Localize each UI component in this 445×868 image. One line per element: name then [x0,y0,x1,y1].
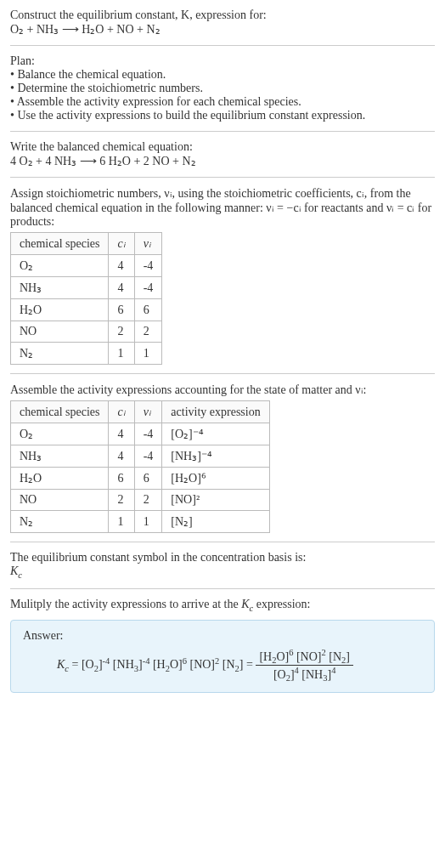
cell-c: 4 [109,277,134,299]
intro-line1: Construct the equilibrium constant, K, e… [10,9,435,22]
cell-species: H₂O [11,468,109,490]
cell-v: 1 [134,343,162,365]
cell-species: N₂ [11,343,109,365]
cell-c: 6 [109,468,134,490]
cell-c: 2 [109,490,134,511]
col-ci: cᵢ [109,233,134,255]
activity-table: chemical species cᵢ νᵢ activity expressi… [10,400,270,533]
cell-activity: [H₂O]⁶ [162,468,269,490]
stoichiometric-table: chemical species cᵢ νᵢ O₂ 4 -4 NH₃ 4 -4 … [10,232,162,365]
table-row: H₂O 6 6 [H₂O]⁶ [11,468,270,490]
cell-c: 2 [109,321,134,343]
table-row: O₂ 4 -4 [O₂]⁻⁴ [11,423,270,445]
plan-block: Plan: • Balance the chemical equation. •… [10,54,435,122]
table-row: N₂ 1 1 [N₂] [11,511,270,533]
cell-v: -4 [134,255,162,277]
cell-c: 1 [109,511,134,533]
table-row: NO 2 2 [11,321,162,343]
cell-activity: [NH₃]⁻⁴ [162,445,269,468]
col-activity: activity expression [162,401,269,423]
balanced-block: Write the balanced chemical equation: 4 … [10,140,435,168]
table-row: O₂ 4 -4 [11,255,162,277]
symbol-text: The equilibrium constant symbol in the c… [10,551,435,564]
col-vi: νᵢ [134,233,162,255]
cell-v: 2 [134,321,162,343]
intro-reaction: O₂ + NH₃ ⟶ H₂O + NO + N₂ [10,22,435,37]
cell-species: O₂ [11,423,109,445]
table-row: N₂ 1 1 [11,343,162,365]
table-row: NH₃ 4 -4 [NH₃]⁻⁴ [11,445,270,468]
cell-v: -4 [134,445,162,468]
plan-item: • Balance the chemical equation. [10,68,435,82]
col-species: chemical species [11,233,109,255]
cell-species: NO [11,321,109,343]
plan-heading: Plan: [10,54,435,68]
cell-c: 1 [109,343,134,365]
divider [10,542,435,542]
divider [10,373,435,374]
assign-block: Assign stoichiometric numbers, νᵢ, using… [10,186,435,365]
cell-v: -4 [134,423,162,445]
cell-c: 4 [109,445,134,468]
plan-item: • Use the activity expressions to build … [10,109,435,122]
divider [10,588,435,589]
col-vi: νᵢ [134,401,162,423]
table-row: NO 2 2 [NO]² [11,490,270,511]
divider [10,131,435,132]
cell-activity: [O₂]⁻⁴ [162,423,269,445]
col-ci: cᵢ [109,401,134,423]
multiply-block: Mulitply the activity expressions to arr… [10,598,435,613]
col-species: chemical species [11,401,109,423]
answer-expression: Kc = [O2]-4 [NH3]-4 [H2O]6 [NO]2 [N2] = … [23,648,422,684]
intro-block: Construct the equilibrium constant, K, e… [10,9,435,37]
table-header-row: chemical species cᵢ νᵢ [11,233,162,255]
cell-species: NH₃ [11,445,109,468]
cell-v: 2 [134,490,162,511]
fraction-numerator: [H2O]6 [NO]2 [N2] [256,648,353,666]
cell-species: O₂ [11,255,109,277]
cell-species: NO [11,490,109,511]
cell-v: 6 [134,299,162,321]
divider [10,177,435,178]
plan-item: • Assemble the activity expression for e… [10,95,435,109]
cell-v: 1 [134,511,162,533]
balanced-heading: Write the balanced chemical equation: [10,140,435,154]
cell-species: H₂O [11,299,109,321]
symbol-value: Kc [10,564,435,580]
cell-v: -4 [134,277,162,299]
multiply-text: Mulitply the activity expressions to arr… [10,598,435,613]
cell-c: 4 [109,255,134,277]
answer-fraction: [H2O]6 [NO]2 [N2] [O2]4 [NH3]4 [256,648,353,684]
cell-v: 6 [134,468,162,490]
table-header-row: chemical species cᵢ νᵢ activity expressi… [11,401,270,423]
fraction-denominator: [O2]4 [NH3]4 [256,666,353,683]
cell-species: NH₃ [11,277,109,299]
plan-item: • Determine the stoichiometric numbers. [10,82,435,95]
divider [10,45,435,46]
table-row: H₂O 6 6 [11,299,162,321]
cell-activity: [N₂] [162,511,269,533]
balanced-equation: 4 O₂ + 4 NH₃ ⟶ 6 H₂O + 2 NO + N₂ [10,154,435,168]
assemble-block: Assemble the activity expressions accoun… [10,383,435,533]
answer-box: Answer: Kc = [O2]-4 [NH3]-4 [H2O]6 [NO]2… [10,620,435,693]
assemble-text: Assemble the activity expressions accoun… [10,383,435,397]
cell-c: 6 [109,299,134,321]
cell-species: N₂ [11,511,109,533]
assign-text: Assign stoichiometric numbers, νᵢ, using… [10,186,435,229]
cell-c: 4 [109,423,134,445]
answer-label: Answer: [23,629,422,643]
symbol-block: The equilibrium constant symbol in the c… [10,551,435,580]
cell-activity: [NO]² [162,490,269,511]
table-row: NH₃ 4 -4 [11,277,162,299]
